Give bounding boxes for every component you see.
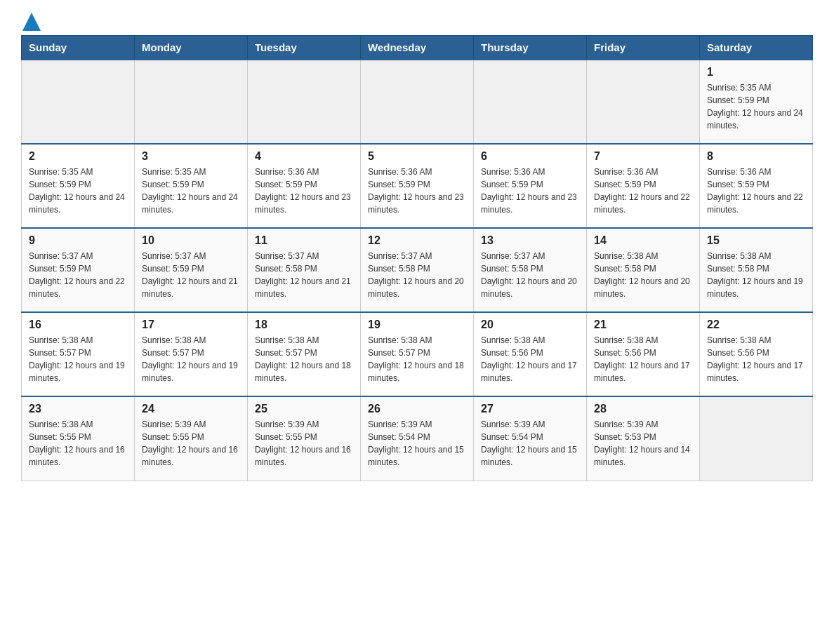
calendar-week-row: 2Sunrise: 5:35 AMSunset: 5:59 PMDaylight…: [22, 144, 813, 228]
col-header-friday: Friday: [587, 36, 700, 60]
calendar-cell: 3Sunrise: 5:35 AMSunset: 5:59 PMDaylight…: [135, 144, 248, 228]
day-number: 26: [368, 403, 466, 415]
day-number: 21: [594, 318, 692, 331]
calendar-cell: 9Sunrise: 5:37 AMSunset: 5:59 PMDaylight…: [22, 228, 135, 312]
calendar-cell: 27Sunrise: 5:39 AMSunset: 5:54 PMDayligh…: [474, 396, 587, 481]
day-info: Sunrise: 5:37 AMSunset: 5:58 PMDaylight:…: [481, 250, 579, 300]
calendar-cell: 8Sunrise: 5:36 AMSunset: 5:59 PMDaylight…: [700, 144, 813, 228]
day-info: Sunrise: 5:37 AMSunset: 5:58 PMDaylight:…: [368, 250, 466, 300]
day-number: 24: [142, 403, 240, 415]
calendar-week-row: 16Sunrise: 5:38 AMSunset: 5:57 PMDayligh…: [22, 312, 813, 396]
day-info: Sunrise: 5:38 AMSunset: 5:57 PMDaylight:…: [142, 334, 240, 384]
day-info: Sunrise: 5:38 AMSunset: 5:56 PMDaylight:…: [594, 334, 692, 384]
day-info: Sunrise: 5:39 AMSunset: 5:55 PMDaylight:…: [142, 418, 240, 469]
calendar-cell: 17Sunrise: 5:38 AMSunset: 5:57 PMDayligh…: [135, 312, 248, 396]
calendar-cell: [474, 60, 587, 144]
day-number: 2: [29, 150, 127, 163]
day-info: Sunrise: 5:38 AMSunset: 5:57 PMDaylight:…: [255, 334, 353, 384]
day-number: 28: [594, 403, 692, 415]
day-number: 3: [142, 150, 240, 163]
calendar-cell: 23Sunrise: 5:38 AMSunset: 5:55 PMDayligh…: [22, 396, 135, 481]
day-info: Sunrise: 5:37 AMSunset: 5:59 PMDaylight:…: [142, 250, 240, 300]
day-number: 1: [707, 66, 805, 79]
day-info: Sunrise: 5:38 AMSunset: 5:58 PMDaylight:…: [707, 250, 805, 300]
col-header-thursday: Thursday: [474, 36, 587, 60]
calendar-cell: 11Sunrise: 5:37 AMSunset: 5:58 PMDayligh…: [248, 228, 361, 312]
day-number: 17: [142, 318, 240, 331]
day-number: 10: [142, 234, 240, 247]
day-info: Sunrise: 5:39 AMSunset: 5:55 PMDaylight:…: [255, 418, 353, 469]
calendar-table: SundayMondayTuesdayWednesdayThursdayFrid…: [21, 35, 813, 481]
day-info: Sunrise: 5:39 AMSunset: 5:53 PMDaylight:…: [594, 418, 692, 469]
col-header-monday: Monday: [135, 36, 248, 60]
day-info: Sunrise: 5:38 AMSunset: 5:56 PMDaylight:…: [707, 334, 805, 384]
day-number: 18: [255, 318, 353, 331]
day-info: Sunrise: 5:35 AMSunset: 5:59 PMDaylight:…: [707, 81, 805, 132]
day-number: 9: [29, 234, 127, 247]
calendar-cell: 10Sunrise: 5:37 AMSunset: 5:59 PMDayligh…: [135, 228, 248, 312]
calendar-cell: 16Sunrise: 5:38 AMSunset: 5:57 PMDayligh…: [22, 312, 135, 396]
day-number: 27: [481, 403, 579, 415]
calendar-cell: 20Sunrise: 5:38 AMSunset: 5:56 PMDayligh…: [474, 312, 587, 396]
day-info: Sunrise: 5:36 AMSunset: 5:59 PMDaylight:…: [707, 166, 805, 216]
svg-marker-0: [22, 13, 41, 31]
calendar-cell: 18Sunrise: 5:38 AMSunset: 5:57 PMDayligh…: [248, 312, 361, 396]
col-header-wednesday: Wednesday: [361, 36, 474, 60]
day-info: Sunrise: 5:36 AMSunset: 5:59 PMDaylight:…: [594, 166, 692, 216]
day-number: 16: [29, 318, 127, 331]
day-info: Sunrise: 5:38 AMSunset: 5:55 PMDaylight:…: [29, 418, 127, 469]
calendar-cell: 14Sunrise: 5:38 AMSunset: 5:58 PMDayligh…: [587, 228, 700, 312]
day-info: Sunrise: 5:39 AMSunset: 5:54 PMDaylight:…: [481, 418, 579, 469]
day-number: 19: [368, 318, 466, 331]
calendar-cell: 15Sunrise: 5:38 AMSunset: 5:58 PMDayligh…: [700, 228, 813, 312]
logo: [21, 14, 41, 28]
calendar-cell: 19Sunrise: 5:38 AMSunset: 5:57 PMDayligh…: [361, 312, 474, 396]
day-info: Sunrise: 5:38 AMSunset: 5:57 PMDaylight:…: [368, 334, 466, 384]
day-info: Sunrise: 5:35 AMSunset: 5:59 PMDaylight:…: [142, 166, 240, 216]
calendar-cell: [587, 60, 700, 144]
calendar-cell: 5Sunrise: 5:36 AMSunset: 5:59 PMDaylight…: [361, 144, 474, 228]
day-number: 25: [255, 403, 353, 415]
calendar-cell: [22, 60, 135, 144]
calendar-header-row: SundayMondayTuesdayWednesdayThursdayFrid…: [22, 36, 813, 60]
day-number: 4: [255, 150, 353, 163]
calendar-cell: 26Sunrise: 5:39 AMSunset: 5:54 PMDayligh…: [361, 396, 474, 481]
calendar-cell: 2Sunrise: 5:35 AMSunset: 5:59 PMDaylight…: [22, 144, 135, 228]
calendar-cell: [361, 60, 474, 144]
col-header-saturday: Saturday: [700, 36, 813, 60]
day-info: Sunrise: 5:36 AMSunset: 5:59 PMDaylight:…: [255, 166, 353, 216]
day-number: 8: [707, 150, 805, 163]
col-header-tuesday: Tuesday: [248, 36, 361, 60]
logo-triangle-icon: [22, 13, 41, 31]
day-number: 12: [368, 234, 466, 247]
day-number: 23: [29, 403, 127, 415]
day-info: Sunrise: 5:35 AMSunset: 5:59 PMDaylight:…: [29, 166, 127, 216]
logo-icon-area: [22, 13, 41, 31]
day-info: Sunrise: 5:36 AMSunset: 5:59 PMDaylight:…: [368, 166, 466, 216]
day-number: 15: [707, 234, 805, 247]
calendar-cell: 4Sunrise: 5:36 AMSunset: 5:59 PMDaylight…: [248, 144, 361, 228]
day-number: 20: [481, 318, 579, 331]
day-number: 13: [481, 234, 579, 247]
day-number: 5: [368, 150, 466, 163]
day-info: Sunrise: 5:38 AMSunset: 5:58 PMDaylight:…: [594, 250, 692, 300]
calendar-week-row: 1Sunrise: 5:35 AMSunset: 5:59 PMDaylight…: [22, 60, 813, 144]
calendar-cell: 28Sunrise: 5:39 AMSunset: 5:53 PMDayligh…: [587, 396, 700, 481]
day-number: 7: [594, 150, 692, 163]
calendar-cell: 1Sunrise: 5:35 AMSunset: 5:59 PMDaylight…: [700, 60, 813, 144]
calendar-cell: 24Sunrise: 5:39 AMSunset: 5:55 PMDayligh…: [135, 396, 248, 481]
day-info: Sunrise: 5:38 AMSunset: 5:57 PMDaylight:…: [29, 334, 127, 384]
calendar-cell: 6Sunrise: 5:36 AMSunset: 5:59 PMDaylight…: [474, 144, 587, 228]
calendar-week-row: 23Sunrise: 5:38 AMSunset: 5:55 PMDayligh…: [22, 396, 813, 481]
day-number: 22: [707, 318, 805, 331]
day-info: Sunrise: 5:37 AMSunset: 5:59 PMDaylight:…: [29, 250, 127, 300]
calendar-cell: 12Sunrise: 5:37 AMSunset: 5:58 PMDayligh…: [361, 228, 474, 312]
calendar-cell: 13Sunrise: 5:37 AMSunset: 5:58 PMDayligh…: [474, 228, 587, 312]
calendar-cell: [700, 396, 813, 481]
day-info: Sunrise: 5:36 AMSunset: 5:59 PMDaylight:…: [481, 166, 579, 216]
calendar-cell: [135, 60, 248, 144]
day-number: 6: [481, 150, 579, 163]
day-number: 14: [594, 234, 692, 247]
day-number: 11: [255, 234, 353, 247]
calendar-cell: 25Sunrise: 5:39 AMSunset: 5:55 PMDayligh…: [248, 396, 361, 481]
